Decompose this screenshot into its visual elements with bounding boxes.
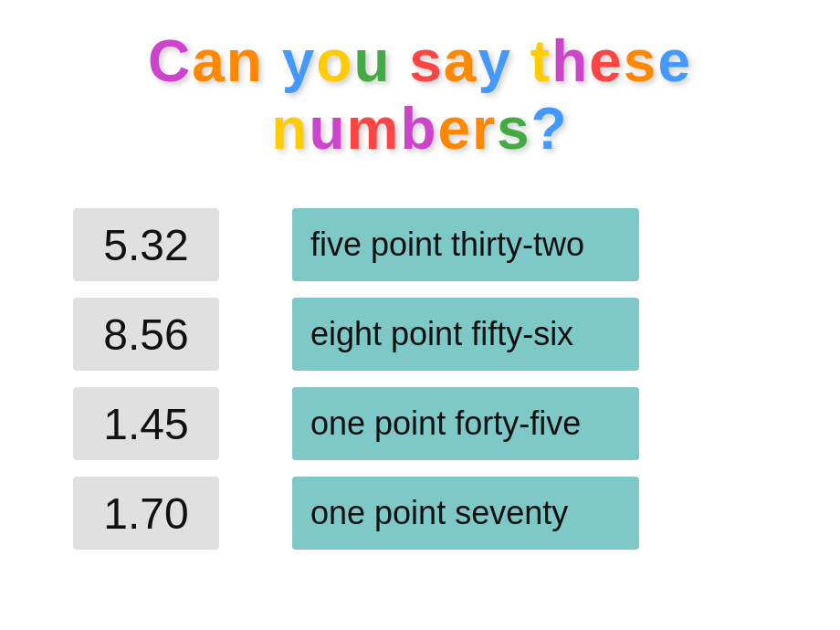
number-row: 1.45one point forty-five xyxy=(73,387,767,460)
number-box: 1.45 xyxy=(73,387,219,460)
number-box: 8.56 xyxy=(73,298,219,371)
title-container: Can you say these numbers? xyxy=(0,0,840,181)
number-box: 5.32 xyxy=(73,208,219,281)
number-row: 5.32five point thirty-two xyxy=(73,208,767,281)
page-title: Can you say these numbers? xyxy=(0,27,840,163)
content-area: 5.32five point thirty-two8.56eight point… xyxy=(0,181,840,568)
number-row: 8.56eight point fifty-six xyxy=(73,298,767,371)
word-box: eight point fifty-six xyxy=(292,298,639,371)
word-box: one point forty-five xyxy=(292,387,639,460)
word-box: five point thirty-two xyxy=(292,208,639,281)
number-box: 1.70 xyxy=(73,477,219,550)
number-row: 1.70one point seventy xyxy=(73,477,767,550)
word-box: one point seventy xyxy=(292,477,639,550)
